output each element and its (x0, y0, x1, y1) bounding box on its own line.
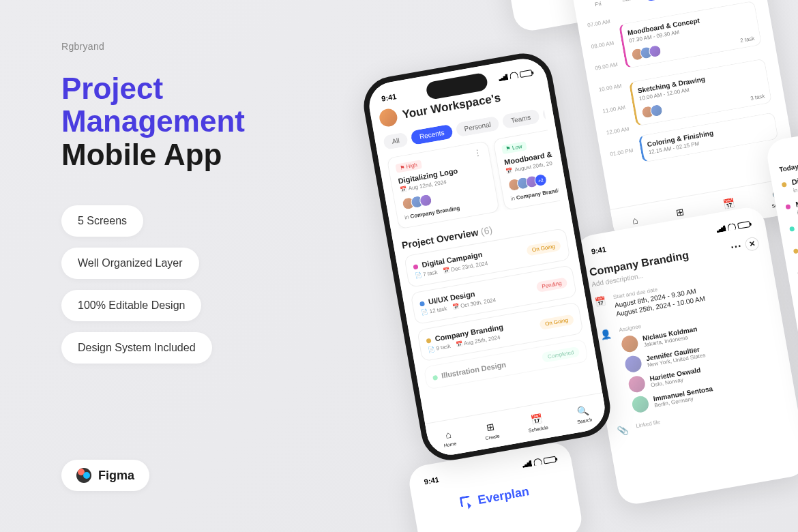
color-dot (419, 301, 425, 306)
figma-icon (76, 468, 91, 483)
plus-icon: ⊞ (673, 205, 688, 220)
wifi-icon (509, 72, 519, 80)
calendar-icon: 📅 (594, 295, 610, 321)
calendar-icon: 📅 (529, 412, 544, 426)
feature-pill: Design System Included (61, 332, 212, 364)
linked-file-label: Linked file (636, 419, 661, 429)
feature-pill: 100% Editable Design (61, 290, 201, 321)
timeline: 07.00 AM 08.00 AM 09.00 AM 10.00 AM 11.0… (587, 0, 782, 171)
schedule-screen: August, 2024 29Fri 30Sat 31Sun 1Mon 2Tue… (567, 0, 798, 244)
nav-schedule[interactable]: 📅Schedule (526, 411, 548, 433)
home-icon: ⌂ (628, 213, 642, 228)
calendar-icon: 📅 (399, 186, 407, 194)
wifi-icon (533, 458, 543, 466)
calendar-icon: 📅 (505, 167, 513, 175)
priority-badge: ⚑ High (395, 160, 422, 173)
assignee-field: 👤 Assignee Niclaus KoldmanJakarta, Indon… (600, 301, 784, 417)
home-icon: ⌂ (441, 428, 456, 442)
user-avatar[interactable] (378, 107, 398, 128)
nav-create[interactable]: ⊞Create (483, 420, 500, 441)
project-card[interactable]: ⚑ High ⋮ Digitalizing Logo 📅Aug 12nd, 20… (387, 141, 500, 229)
more-icon[interactable]: ⋮ (473, 149, 482, 156)
battery-icon (520, 70, 533, 78)
color-dot (413, 264, 418, 269)
tab-teams[interactable]: Teams (502, 108, 540, 129)
section-today: Today (778, 138, 798, 173)
main-phone: 9:41 Your Workspace's All Recents Person… (359, 49, 615, 465)
color-dot (426, 338, 432, 344)
search-icon: 🔍 (576, 404, 590, 418)
nav-bar: ⌂Home ⊞Create 📅Schedule 🔍Search (425, 392, 608, 458)
day-cell[interactable]: 30Sat (615, 0, 636, 7)
wifi-icon (727, 223, 737, 231)
close-button[interactable]: ✕ (744, 236, 760, 252)
battery-icon (737, 220, 750, 228)
figma-badge: Figma (61, 460, 149, 491)
signal-icon (498, 73, 509, 81)
tab-recents[interactable]: Recents (410, 124, 453, 145)
priority-badge: ⚑ Low (501, 141, 527, 154)
detail-screen: 9:41 Company Branding ⋯✕ Add description… (574, 205, 798, 507)
project-card[interactable]: ⚑ Low Moodboard & K 📅August 20th, 20 +2 … (492, 130, 560, 211)
more-icon[interactable]: ⋯ (729, 239, 742, 254)
status-time: 9:41 (381, 92, 397, 103)
feature-pill: 5 Screens (61, 205, 143, 237)
tab-assign[interactable]: Assig (542, 108, 546, 122)
signal-icon (522, 460, 533, 468)
attachment-icon: 📎 (617, 424, 630, 437)
list-item[interactable]: Digiin Compa (781, 153, 798, 196)
color-dot (432, 375, 438, 381)
signal-icon (715, 224, 726, 233)
nav-home[interactable]: ⌂Home (441, 428, 457, 448)
day-cell[interactable]: 29Fri (587, 0, 608, 12)
status-badge: Completed (542, 346, 580, 363)
status-time: 9:41 (424, 475, 440, 486)
tab-personal[interactable]: Personal (455, 116, 500, 138)
day-cell-selected[interactable]: 31Sun (642, 0, 664, 1)
calendar-icon: 📅 (722, 196, 736, 211)
battery-icon (543, 456, 556, 464)
feature-pill: Well Organized Layer (61, 248, 199, 279)
status-time: 9:41 (591, 245, 607, 256)
plus-icon: ⊞ (484, 420, 498, 434)
figma-label: Figma (98, 469, 134, 483)
everplan-icon (459, 494, 475, 510)
tab-all[interactable]: All (383, 132, 409, 150)
nav-search[interactable]: 🔍Search (574, 404, 593, 424)
